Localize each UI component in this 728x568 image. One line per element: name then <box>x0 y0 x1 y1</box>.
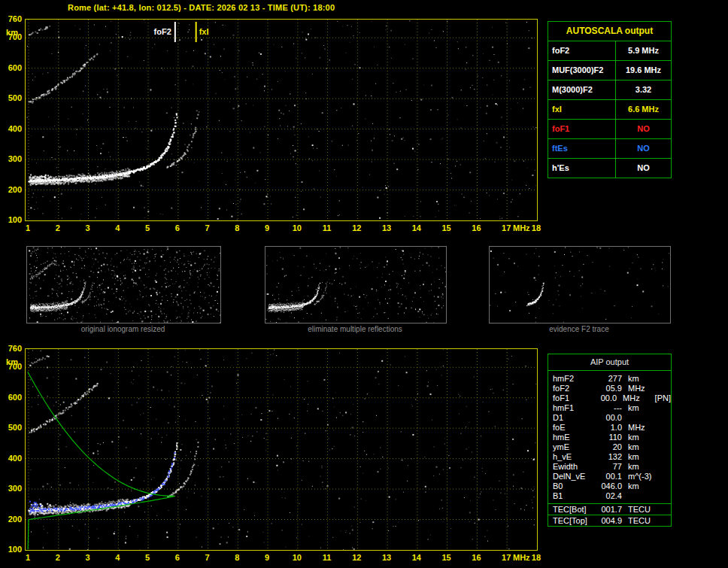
aip-row-unit: km <box>622 462 663 472</box>
aip-row: foF100.0MHz[PN] <box>548 393 671 403</box>
aip-row-value: --- <box>592 403 622 413</box>
thumbnail-original-ionogram <box>26 246 221 323</box>
aip-row: D100.0 <box>548 413 671 423</box>
aip-row-value: 02.4 <box>592 491 622 501</box>
y-tick-label: 600 <box>0 393 22 402</box>
x-tick-label: 12 <box>347 223 366 232</box>
aip-row: foE1.0MHz <box>548 423 671 433</box>
autoscala-row: MUF(3000)F219.6 MHz <box>548 61 671 80</box>
aip-tec-rows: TEC[Bot]001.7TECUTEC[Top]004.9TECU <box>548 503 671 526</box>
x-tick-label: 16 <box>467 553 485 562</box>
x-tick-label: 8 <box>228 553 246 562</box>
aip-row-label: h_vE <box>548 452 592 462</box>
x-tick-label: 11 <box>318 553 336 562</box>
aip-row-unit: MHz <box>622 384 663 393</box>
aip-row: ymE20km <box>548 442 671 452</box>
x-tick-label: 4 <box>108 223 126 232</box>
thumbnail-caption-f2trace: evidence F2 trace <box>489 325 669 333</box>
x-tick-label: 15 <box>438 553 456 562</box>
x-tick-label: 5 <box>138 223 156 232</box>
aip-row: foF205.9MHz <box>548 384 671 393</box>
x-tick-label: 5 <box>138 553 156 562</box>
aip-row-extra: [PN] <box>655 393 671 403</box>
aip-row-unit <box>622 413 663 423</box>
aip-tec-label: TEC[Top] <box>548 516 596 525</box>
autoscala-row-label: h'Es <box>548 159 616 178</box>
y-tick-label: 760 <box>0 14 22 23</box>
x-tick-label: 11 <box>318 223 336 232</box>
x-tick-label: 9 <box>258 553 276 562</box>
x-tick-label: 17 <box>497 223 515 232</box>
aip-row-value: 20 <box>592 442 622 452</box>
y-tick-label: 400 <box>0 454 22 463</box>
aip-row-unit: km <box>622 433 663 442</box>
aip-row: DelN_vE00.1m^(-3) <box>548 472 671 481</box>
aip-row-value: 277 <box>592 374 622 384</box>
x-tick-label: 10 <box>288 223 306 232</box>
aip-row-label: foE <box>548 423 592 433</box>
aip-row-label: D1 <box>548 413 592 423</box>
x-tick-label: 15 <box>438 223 456 232</box>
x-tick-label: 3 <box>79 553 97 562</box>
y-tick-label: 700 <box>0 32 22 41</box>
x-tick-label: 12 <box>347 553 366 562</box>
autoscala-row-value: 5.9 MHz <box>616 41 671 60</box>
aip-row-label: hmE <box>548 433 592 442</box>
aip-row-value: 132 <box>592 452 622 462</box>
aip-row-unit: m^(-3) <box>622 472 663 481</box>
autoscala-row: foF1NO <box>548 120 671 139</box>
x-tick-label: 18 <box>527 553 545 562</box>
x-tick-label: 2 <box>49 553 67 562</box>
x-tick-label: 16 <box>467 223 485 232</box>
y-tick-label: 400 <box>0 124 22 133</box>
autoscala-row: h'EsNO <box>548 159 671 178</box>
thumbnail-evidence-f2-trace <box>489 246 671 323</box>
autoscala-row-label: fxI <box>548 100 616 119</box>
autoscala-table-header: AUTOSCALA output <box>548 22 671 41</box>
autoscala-row-label: foF1 <box>548 120 616 138</box>
x-tick-label: 14 <box>408 553 426 562</box>
aip-row-label: foF2 <box>548 384 592 393</box>
x-tick-label: 3 <box>79 223 97 232</box>
x-tick-label: 7 <box>199 223 217 232</box>
x-tick-label: 6 <box>168 553 187 562</box>
x-tick-label: 6 <box>168 223 187 232</box>
y-tick-label: 700 <box>0 362 22 371</box>
aip-row: h_vE132km <box>548 452 671 462</box>
aip-row-label: B0 <box>548 481 592 491</box>
thumbnail-caption-original: original ionogram resized <box>26 325 220 333</box>
autoscala-row-value: 6.6 MHz <box>616 100 671 119</box>
y-tick-label: 760 <box>0 344 22 353</box>
thumbnail-eliminate-multiples <box>265 246 447 323</box>
autoscala-row-value: NO <box>616 159 671 178</box>
restored-ionogram-plot <box>25 348 538 551</box>
aip-tec-value: 004.9 <box>596 516 622 525</box>
y-tick-label: 300 <box>0 484 22 493</box>
aip-tec-unit: TECU <box>622 505 651 514</box>
aip-row-value: 046.0 <box>592 481 622 491</box>
aip-row: B0046.0km <box>548 481 671 491</box>
aip-row-value: 00.0 <box>592 413 622 423</box>
autoscala-row: fxI6.6 MHz <box>548 100 671 120</box>
aip-row-unit: km <box>622 481 663 491</box>
x-tick-label: 17 <box>497 553 515 562</box>
aip-row-value: 77 <box>592 462 622 472</box>
autoscala-row-label: foF2 <box>548 41 616 60</box>
y-tick-label: 200 <box>0 185 22 194</box>
aip-row-unit: MHz <box>617 393 655 403</box>
aip-row: Ewidth77km <box>548 462 671 472</box>
aip-row-value: 05.9 <box>592 384 622 393</box>
autoscala-row: foF25.9 MHz <box>548 41 671 61</box>
y-tick-label: 600 <box>0 63 22 72</box>
x-tick-label: 1 <box>19 553 37 562</box>
autoscala-row: M(3000)F23.32 <box>548 80 671 100</box>
aip-table: AIP output hmF2277kmfoF205.9MHzfoF100.0M… <box>548 354 672 527</box>
x-tick-label: 13 <box>378 223 396 232</box>
aip-row-unit: km <box>622 442 663 452</box>
x-tick-label: 18 <box>527 223 545 232</box>
autoscala-row-value: 3.32 <box>616 80 671 99</box>
aip-tec-row: TEC[Top]004.9TECU <box>548 515 671 526</box>
aip-row: B102.4 <box>548 491 671 501</box>
aip-row-unit <box>622 491 663 501</box>
aip-tec-unit: TECU <box>622 516 651 525</box>
